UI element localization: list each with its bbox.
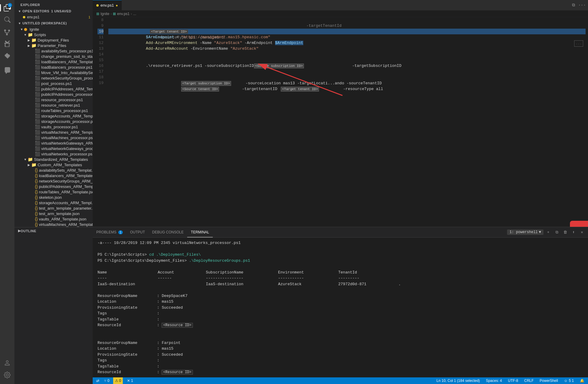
test-arm-json[interactable]: ▶ {} test_arm_template.json (14, 211, 93, 216)
panel-tabs: PROBLEMS 1 OUTPUT DEBUG CONSOLE TERMINAL… (93, 227, 588, 238)
rt-arm-json[interactable]: ▶ {} routeTables_ARM_Template.json (14, 189, 93, 195)
add-terminal-button[interactable]: + (545, 229, 552, 236)
scripts-label: Scripts (34, 33, 46, 37)
json-icon: {} (35, 184, 38, 189)
chevron-down-icon: ▼ (18, 10, 21, 13)
pip-arm-file[interactable]: ▶ ⬛ publicIPAddresses_ARM_Temp... (14, 86, 93, 92)
encoding-label: UTF-8 (508, 379, 518, 383)
language-status[interactable]: PowerShell (538, 379, 559, 383)
terminal-selector[interactable]: 1: powershell ▼ (507, 229, 543, 235)
explorer-icon[interactable]: 1 (2, 2, 13, 13)
parameter-files-folder[interactable]: ▶ 📁 Parameter_Files (14, 43, 93, 48)
lb-proc-file[interactable]: ▶ ⬛ loadBalancers_processor.ps1 (14, 64, 93, 70)
account-icon[interactable] (2, 357, 13, 368)
tab-env-ps1[interactable]: env.ps1 ● (93, 0, 122, 10)
json-icon: {} (35, 200, 38, 205)
avail-arm-json[interactable]: ▶ {} availabilitySets_ARM_Templat... (14, 167, 93, 173)
source-control-status[interactable]: ⑂ 0 (103, 379, 111, 383)
workspace-section[interactable]: ▼ UNTITLED (WORKSPACE) (14, 20, 93, 27)
lb-arm-file[interactable]: ▶ ⬛ loadBalancers_ARM_Template.... (14, 59, 93, 64)
notifications-status[interactable]: 🔔 (579, 379, 586, 383)
source-control-icon[interactable] (2, 27, 13, 37)
scripts-folder[interactable]: ▼ 📁 Scripts (14, 32, 93, 37)
breadcrumb-ignite[interactable]: Ignite (101, 12, 109, 16)
status-bar: ⇄ ⑂ 0 ⚠ 0 ✕ 1 Ln 10, Col 1 (184 selected… (93, 377, 588, 384)
deployment-files-folder[interactable]: ▶ 📁 Deployment_Files (14, 37, 93, 43)
std-arm-folder[interactable]: ▼ 📁 Standardized_ARM_Templates (14, 157, 93, 162)
vm-arm-file[interactable]: ▶ ⬛ virtualMachines_ARM_Templat... (14, 130, 93, 135)
tab-output[interactable]: OUTPUT (126, 227, 148, 237)
vaults-proc-file[interactable]: ▶ ⬛ vaults_processor.ps1 (14, 124, 93, 130)
terminal-table-header: Name Account SubscriptionName Environmen… (97, 270, 583, 276)
outline-section[interactable]: ▶ OUTLINE (14, 227, 93, 234)
remote-status[interactable]: ⇄ (95, 379, 101, 383)
breadcrumb-env-ps1[interactable]: env.ps1 (117, 12, 129, 16)
nsg-arm-json[interactable]: ▶ {} networkSecurityGroups_ARM_... (14, 178, 93, 184)
nsg-proc-file[interactable]: ▶ ⬛ networkSecurityGroups_proce... (14, 75, 93, 81)
error-status[interactable]: ✕ 1 (125, 377, 135, 384)
test-param-json[interactable]: ▶ {} test_arm_template_parameter... (14, 205, 93, 211)
maximize-panel-button[interactable]: ⬆ (570, 229, 577, 236)
vng-proc-file[interactable]: ▶ ⬛ virtualNetworkGateways_proc... (14, 146, 93, 151)
tab-terminal[interactable]: TERMINAL (187, 227, 213, 237)
vn-proc-file[interactable]: ▶ ⬛ virtualNetworks_processor.ps1 (14, 151, 93, 157)
pip-proc-file[interactable]: ▶ ⬛ publicIPAddresses_processor.... (14, 92, 93, 97)
breadcrumb-ellipsis[interactable]: ... (133, 12, 136, 16)
post-proc-file[interactable]: ▶ ⬛ post_process.ps1 (14, 81, 93, 86)
encoding-status[interactable]: UTF-8 (507, 379, 519, 383)
unsaved-number: 1 (88, 15, 90, 19)
split-editor-button[interactable]: ⧉ (570, 2, 577, 9)
debug-icon[interactable] (2, 39, 13, 49)
activity-bottom (2, 357, 13, 382)
skeleton-json[interactable]: ▶ {} skeleton.json (14, 195, 93, 200)
sa-arm-label: storageAccounts_ARM_Templ... (41, 114, 93, 118)
terminal-table-row1: IaaS-destination IaaS-destination AzureS… (97, 281, 583, 287)
code-lines[interactable]: -targetTenantId <Target tenant ID> -reso… (106, 17, 588, 227)
terminal-content[interactable]: -a---- 10/28/2019 12:09 PM 2345 virtualN… (93, 238, 588, 377)
ps1-icon: ⬛ (35, 59, 40, 64)
vaults-arm-json[interactable]: ▶ {} vaults_ARM_Template.json (14, 216, 93, 222)
change-premium-file[interactable]: ▶ ⬛ change_premium_ssd_to_stan... (14, 54, 93, 59)
tab-problems[interactable]: PROBLEMS 1 (93, 227, 126, 237)
more-options-button[interactable]: ··· (578, 2, 586, 9)
ignite-folder[interactable]: ▼ Ignite (14, 27, 93, 32)
rg1-provisioning: ProvisioningState : Succeeded (97, 305, 583, 311)
problems-label: PROBLEMS (96, 230, 116, 234)
open-editors-file-label: env.ps1 (27, 15, 39, 19)
res-ret-file[interactable]: ▶ ⬛ resource_retriever.ps1 (14, 102, 93, 108)
open-editors-section[interactable]: ▼ OPEN EDITORS 1 UNSAVED (14, 8, 93, 14)
pip-arm-json[interactable]: ▶ {} publicIPAddresses_ARM_Temp... (14, 184, 93, 189)
settings-icon[interactable] (2, 370, 13, 380)
vm-proc-file[interactable]: ▶ ⬛ virtualMachines_processor.ps1 (14, 135, 93, 140)
lb-arm-json[interactable]: ▶ {} loadBalancers_ARM_Template.... (14, 173, 93, 178)
spaces-status[interactable]: Spaces: 4 (485, 379, 503, 383)
rt-proc-file[interactable]: ▶ ⬛ routeTables_processor.ps1 (14, 108, 93, 113)
open-editors-env-ps1[interactable]: env.ps1 1 (14, 14, 93, 20)
feedback-label: 5 1 (569, 379, 574, 383)
line-ending-status[interactable]: CRLF (523, 379, 535, 383)
sa-arm-file[interactable]: ▶ ⬛ storageAccounts_ARM_Templ... (14, 113, 93, 119)
cursor-position[interactable]: Ln 10, Col 1 (184 selected) (435, 379, 481, 383)
feedback-status[interactable]: ☺ 5 1 (563, 379, 575, 383)
ignite-orange-dot (24, 27, 28, 32)
remote-icon[interactable] (2, 65, 13, 76)
move-vm-file[interactable]: ▶ ⬛ Move_VM_Into_AvailabilitySet... (14, 70, 93, 75)
vng-arm-file[interactable]: ▶ ⬛ virtualNetworkGateways_ARM.... (14, 140, 93, 146)
sa-proc-file[interactable]: ▶ ⬛ storageAccounts_processor.ps1 (14, 119, 93, 124)
json-icon: {} (35, 195, 38, 200)
avail-sets-file[interactable]: ▶ ⬛ availabilitySets_processor.ps1 (14, 48, 93, 54)
split-terminal-button[interactable]: ⧉ (553, 229, 560, 236)
warning-status[interactable]: ⚠ 0 (113, 377, 123, 384)
close-panel-button[interactable]: ✕ (578, 229, 586, 236)
res-proc-file[interactable]: ▶ ⬛ resource_processor.ps1 (14, 97, 93, 102)
tab-debug-console[interactable]: DEBUG CONSOLE (149, 227, 187, 237)
chevron-down-icon: ▼ (539, 230, 541, 234)
custom-arm-folder[interactable]: ▶ 📁 Custom_ARM_Templates (14, 162, 93, 167)
kill-terminal-button[interactable]: 🗑 (562, 229, 569, 236)
breadcrumb: ⊞ Ignite › ⊠ env.ps1 › ... (93, 11, 588, 17)
vm-arm-json[interactable]: ▶ {} virtualMachines_ARM_Templat... (14, 222, 93, 227)
extensions-icon[interactable] (2, 51, 13, 61)
source-control-icon: ⑂ (104, 379, 106, 383)
search-icon[interactable] (2, 14, 13, 25)
sa-arm-json[interactable]: ▶ {} storageAccounts_ARM_Templ... (14, 200, 93, 205)
